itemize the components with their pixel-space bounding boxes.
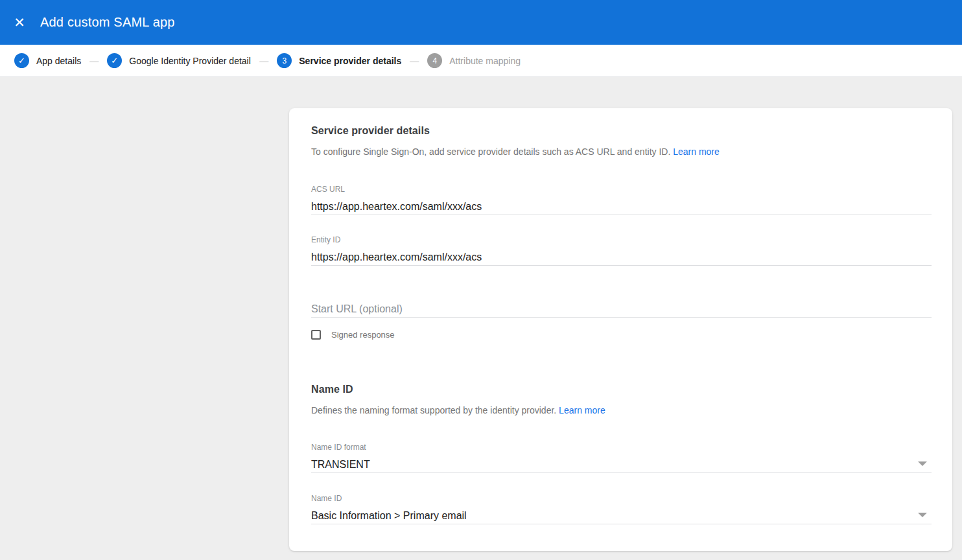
name-id-label: Name ID (311, 495, 932, 503)
name-id-format-value: TRANSIENT (311, 458, 932, 473)
step-service-provider-details[interactable]: 3 Service provider details (277, 53, 401, 68)
chevron-down-icon (918, 461, 927, 466)
step-label: Google Identity Provider details (129, 56, 251, 66)
signed-response-label: Signed response (331, 330, 395, 340)
step-separator: — (410, 56, 419, 66)
name-id-format-label: Name ID format (311, 443, 932, 452)
stepper-bar: ✓ App details — ✓ Google Identity Provid… (0, 45, 962, 77)
name-id-value: Basic Information > Primary email (311, 509, 932, 524)
acs-url-field: ACS URL (311, 185, 932, 215)
step-separator: — (89, 56, 99, 66)
step-number-badge: 4 (427, 53, 442, 68)
panel-description-text: To configure Single Sign-On, add service… (311, 146, 670, 157)
acs-url-input[interactable] (311, 200, 932, 215)
name-id-section-description: Defines the naming format supported by t… (311, 405, 605, 415)
step-complete-check-icon: ✓ (107, 53, 122, 68)
panel-description: To configure Single Sign-On, add service… (311, 146, 720, 157)
name-id-description-text: Defines the naming format supported by t… (311, 405, 556, 415)
signed-response-row[interactable]: Signed response (311, 330, 395, 340)
step-app-details[interactable]: ✓ App details (14, 53, 81, 68)
panel-title: Service provider details (311, 125, 430, 137)
step-complete-check-icon: ✓ (14, 53, 29, 68)
dialog-header: ✕ Add custom SAML app (0, 0, 962, 45)
dialog-title: Add custom SAML app (40, 15, 175, 30)
entity-id-label: Entity ID (311, 236, 932, 244)
close-icon[interactable]: ✕ (6, 10, 32, 36)
step-label: Attribute mapping (449, 56, 521, 66)
signed-response-checkbox[interactable] (311, 330, 321, 340)
name-id-select[interactable]: Name ID Basic Information > Primary emai… (311, 495, 932, 524)
start-url-input[interactable] (311, 303, 932, 318)
learn-more-link[interactable]: Learn more (673, 146, 720, 157)
step-number-badge: 3 (277, 53, 292, 68)
acs-url-label: ACS URL (311, 185, 932, 194)
step-label: Service provider details (299, 56, 401, 66)
step-label: App details (36, 56, 81, 66)
entity-id-input[interactable] (311, 251, 932, 266)
chevron-down-icon (918, 513, 927, 517)
learn-more-link[interactable]: Learn more (559, 405, 605, 415)
entity-id-field: Entity ID (311, 236, 932, 266)
step-separator: — (259, 56, 268, 66)
name-id-format-select[interactable]: Name ID format TRANSIENT (311, 443, 932, 473)
step-attribute-mapping[interactable]: 4 Attribute mapping (427, 53, 521, 68)
service-provider-details-panel: Service provider details To configure Si… (289, 108, 952, 551)
step-google-idp-details[interactable]: ✓ Google Identity Provider details (107, 53, 251, 68)
name-id-section-title: Name ID (311, 384, 353, 395)
start-url-field (311, 303, 932, 318)
